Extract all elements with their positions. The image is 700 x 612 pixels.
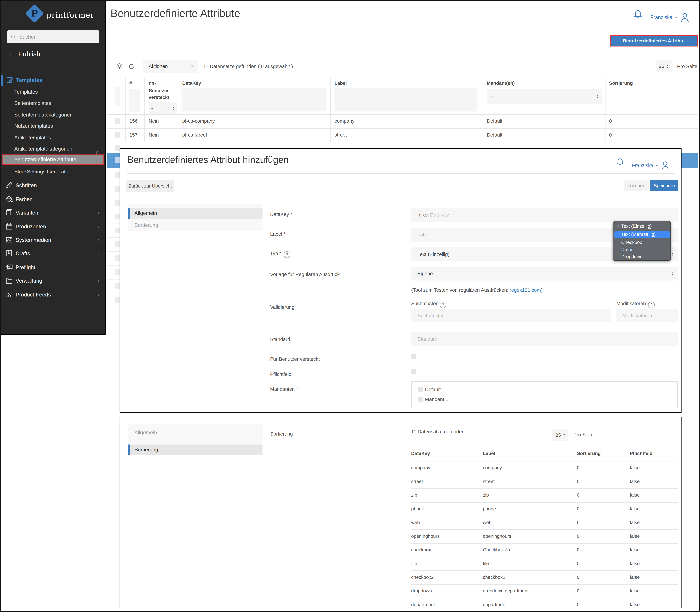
table-row[interactable]: 156 Nein pf-ca-company company Default 0 bbox=[107, 114, 698, 128]
gear-icon[interactable] bbox=[116, 62, 123, 70]
sort-table-cell: phone bbox=[483, 506, 496, 512]
sort-table-row: dropdowndropdown department0false bbox=[411, 585, 677, 598]
sidebar-item-artikeltemplates[interactable]: Artikeltemplates bbox=[1, 132, 106, 143]
pflichtfeld-checkbox[interactable] bbox=[411, 369, 416, 374]
help-icon[interactable]: ? bbox=[284, 251, 290, 258]
label-label: Label * bbox=[270, 231, 285, 237]
help-icon[interactable]: ? bbox=[440, 302, 446, 308]
hidden-checkbox[interactable] bbox=[411, 354, 416, 359]
bell-icon[interactable] bbox=[616, 158, 625, 167]
row-divider bbox=[107, 142, 698, 142]
calendar-icon bbox=[5, 223, 13, 230]
table-row[interactable]: 157 Nein pf-ca-street street Default 0 bbox=[107, 128, 698, 142]
sidebar-item-systemmedien[interactable]: Systemmedien ‹ bbox=[1, 233, 106, 247]
tab-allgemein[interactable]: Allgemein bbox=[135, 430, 157, 435]
mandant-1-checkbox[interactable] bbox=[418, 397, 423, 402]
row-divider bbox=[682, 182, 698, 182]
datakey-field[interactable]: pf-ca-DataKey bbox=[411, 208, 677, 222]
sidebar-search[interactable]: Suchen bbox=[7, 30, 99, 43]
per-page-select[interactable]: 25 ▲▼ bbox=[552, 429, 569, 441]
col-header-hidden[interactable]: Für Benutzer versteckt bbox=[149, 81, 177, 101]
per-page-select[interactable]: 25 ▲▼ bbox=[656, 60, 672, 72]
delete-button[interactable]: Löschen bbox=[624, 180, 649, 191]
page-title: Benutzerdefinierte Attribute bbox=[111, 7, 240, 19]
sort-col-datakey: DataKey bbox=[411, 451, 430, 456]
regex-template-label: Vorlage für Regulären Ausdruck bbox=[270, 272, 340, 277]
user-name: Franziska bbox=[650, 14, 673, 20]
refresh-icon[interactable] bbox=[128, 63, 135, 70]
standard-field[interactable]: Standard bbox=[411, 332, 677, 346]
filter-hidden-select[interactable]: - ▲▼ bbox=[149, 102, 177, 114]
publish-label: Publish bbox=[18, 50, 40, 58]
filter-label-input[interactable] bbox=[334, 88, 477, 111]
tab-allgemein-label[interactable]: Allgemein bbox=[135, 210, 157, 216]
sidebar-item-preflight[interactable]: Preflight ‹ bbox=[1, 261, 106, 274]
sidebar-item-schriften[interactable]: Schriften ‹ bbox=[1, 179, 106, 192]
modifikatoren-field[interactable]: Modifikatoren bbox=[616, 309, 677, 322]
tab-sortierung[interactable]: Sortierung bbox=[135, 222, 158, 228]
sidebar-item-farben[interactable]: Farben ‹ bbox=[1, 193, 106, 206]
records-info: 11 Datensätze gefunden ( 0 ausgewählt ) bbox=[203, 64, 293, 69]
user-menu[interactable]: Franziska ▾ bbox=[650, 12, 690, 23]
select-all-checkbox[interactable] bbox=[115, 87, 121, 106]
dropdown-option-dropdown[interactable]: Dropdown bbox=[621, 254, 643, 259]
regex-template-select[interactable]: Eigene ▲▼ bbox=[411, 267, 677, 280]
standard-placeholder: Standard bbox=[418, 336, 437, 342]
row-checkbox[interactable] bbox=[115, 118, 121, 124]
sort-table-cell: openinghours bbox=[411, 533, 440, 539]
suchmuster-field[interactable]: Suchmuster bbox=[411, 309, 611, 322]
sort-table-cell: false bbox=[630, 506, 640, 512]
filter-datakey-input[interactable] bbox=[182, 88, 326, 111]
sidebar-item-product-feeds[interactable]: Product-Feeds ‹ bbox=[1, 288, 106, 302]
row-divider bbox=[107, 293, 120, 293]
sidebar-item-produzenten[interactable]: Produzenten ‹ bbox=[1, 220, 106, 233]
paint-bucket-icon bbox=[5, 195, 13, 203]
label-placeholder: Label bbox=[418, 232, 430, 237]
sidebar-item-seitentemplatekategorien[interactable]: Seitentemplatekategorien bbox=[1, 109, 106, 121]
sidebar-item-nutzentemplates[interactable]: Nutzentemplates bbox=[1, 121, 106, 131]
sidebar-item-seitentemplates[interactable]: Seitentemplates bbox=[1, 98, 106, 109]
col-header-datakey[interactable]: DataKey bbox=[182, 81, 201, 86]
dropdown-option-text-einzeilig[interactable]: Text (Einzeilig) bbox=[621, 223, 652, 229]
sidebar-item-drafts[interactable]: Drafts ‹ bbox=[1, 247, 106, 260]
sort-col-label: Label bbox=[483, 451, 495, 456]
sort-table-row: checkboxCheckbox Ja0false bbox=[411, 544, 677, 557]
check-icon: ✓ bbox=[616, 223, 620, 229]
add-attribute-button[interactable]: Benutzerdefiniertes Attribut hinzufügen bbox=[610, 35, 698, 46]
sidebar-item-verwaltung[interactable]: Verwaltung ‹ bbox=[1, 274, 106, 288]
row-divider bbox=[107, 251, 120, 252]
sidebar-item-blocksettings-generator[interactable]: BlockSettings Generator bbox=[1, 166, 106, 177]
dropdown-option-checkbox[interactable]: Checkbox bbox=[621, 240, 642, 245]
suchmuster-placeholder: Suchmuster bbox=[418, 313, 444, 318]
sidebar-back-publish[interactable]: ← Publish bbox=[8, 50, 40, 58]
col-header-mandant[interactable]: Mandant(en) bbox=[487, 81, 515, 86]
back-to-overview-button[interactable]: Zurück zur Übersicht bbox=[126, 180, 174, 192]
regex-hint: (Tool zum Testen von regulären Ausdrücke… bbox=[411, 287, 543, 293]
sort-table-row: phonephone0false bbox=[411, 503, 677, 516]
dropdown-option-text-mehrzeilig[interactable]: Text (Mehrzeilig) bbox=[621, 232, 656, 237]
filter-num-input[interactable] bbox=[129, 89, 140, 112]
row-checkbox[interactable] bbox=[115, 132, 121, 138]
cell-datakey: pf-ca-company bbox=[182, 118, 215, 124]
tab-sortierung-label[interactable]: Sortierung bbox=[135, 447, 158, 453]
user-menu[interactable]: Franziska ▾ bbox=[632, 161, 670, 170]
mandant-default-checkbox[interactable] bbox=[418, 387, 423, 392]
aktionen-select[interactable]: Aktionen ▼ bbox=[143, 59, 198, 73]
sidebar-item-benutzerdefinierte-attribute[interactable]: Benutzerdefinierte Attribute bbox=[2, 154, 104, 165]
save-button[interactable]: Speichern bbox=[650, 180, 678, 191]
sidebar-item-templates[interactable]: Templates bbox=[1, 86, 106, 98]
hidden-label: Für Benutzer versteckt bbox=[270, 356, 320, 362]
sidebar-item-templates-section[interactable]: Templates ∨ bbox=[1, 74, 106, 86]
sort-table-cell: 0 bbox=[577, 533, 579, 539]
bell-icon[interactable] bbox=[633, 9, 643, 20]
col-header-label[interactable]: Label bbox=[334, 81, 347, 86]
sidebar-item-varianten[interactable]: Varianten ‹ bbox=[1, 206, 106, 220]
help-icon[interactable]: ? bbox=[648, 302, 655, 308]
filter-mandant-select[interactable]: - ▲▼ bbox=[487, 89, 602, 105]
sidebar-item-artikeltemplatekategorien[interactable]: Artikeltemplatekategorien bbox=[1, 143, 106, 154]
aktionen-label: Aktionen bbox=[149, 64, 168, 69]
regex101-link[interactable]: regex101.com bbox=[509, 287, 541, 293]
dropdown-option-datei[interactable]: Datei bbox=[621, 247, 632, 252]
col-header-sort[interactable]: Sortierung bbox=[609, 81, 633, 86]
col-header-num[interactable]: # bbox=[129, 81, 132, 86]
